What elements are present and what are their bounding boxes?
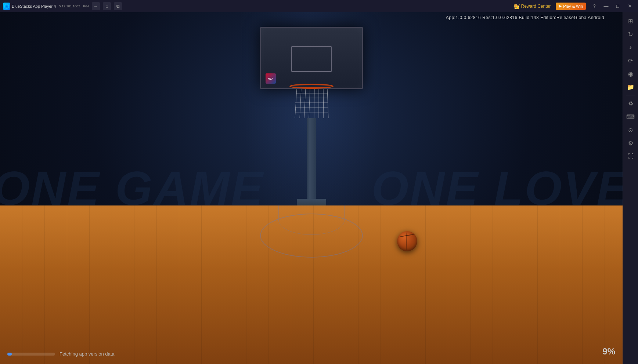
back-button[interactable]: ←	[92, 2, 100, 10]
sidebar-volume-button[interactable]: ♪	[625, 41, 637, 53]
court-lines	[0, 205, 623, 364]
help-button[interactable]: ?	[589, 3, 600, 10]
sidebar-rotate-button[interactable]: ⟳	[625, 55, 637, 66]
rim-assembly	[275, 84, 348, 118]
play-win-icon: ▶	[559, 4, 562, 8]
right-sidebar: ⊞ ↻ ♪ ⟳ ◉ 📁 ♻ ⌨ ⊙ ⚙ ⛶	[623, 12, 638, 364]
loading-percent: 9%	[602, 346, 615, 357]
sidebar-divider-1	[626, 95, 635, 95]
sidebar-settings-button[interactable]: ⚙	[625, 137, 637, 149]
app-title: BlueStacks App Player 4	[12, 4, 56, 8]
sidebar-camera-button[interactable]: ◉	[625, 68, 637, 80]
game-viewport[interactable]: ONE GAME ONE LOVE NBA	[0, 12, 623, 364]
play-win-label: Play & Win	[563, 4, 583, 8]
titlebar-left: BlueStacks App Player 4 5.12.101.1002 P6…	[0, 2, 511, 10]
basketball	[397, 231, 417, 251]
svg-line-8	[327, 89, 328, 118]
crown-icon: 👑	[513, 3, 520, 9]
screenshot-button[interactable]: ⧉	[114, 2, 122, 10]
close-button[interactable]: ✕	[624, 3, 635, 10]
sidebar-gamepad-button[interactable]: ⊙	[625, 124, 637, 136]
reward-center-button[interactable]: 👑 Reward Center	[511, 3, 553, 10]
sidebar-folder-button[interactable]: 📁	[625, 81, 637, 93]
backboard-inner-rect	[291, 46, 332, 72]
sidebar-keyboard-button[interactable]: ⌨	[625, 111, 637, 123]
home-button[interactable]: ⌂	[103, 2, 111, 10]
minimize-button[interactable]: —	[601, 3, 612, 10]
app-logo	[3, 3, 10, 10]
app-version: 5.12.101.1002	[59, 4, 80, 8]
loading-status-text: Fetching app version data	[60, 351, 115, 357]
play-win-button[interactable]: ▶ Play & Win	[556, 3, 586, 10]
court-floor	[0, 205, 623, 364]
loading-bar-fill	[7, 353, 12, 356]
rim	[289, 84, 334, 89]
nba-logo-backboard: NBA	[266, 73, 276, 84]
titlebar-right: ? — □ ✕	[586, 3, 638, 10]
titlebar: BlueStacks App Player 4 5.12.101.1002 P6…	[0, 0, 638, 12]
sidebar-layers-button[interactable]: ⊞	[625, 15, 637, 27]
app-build: P64	[83, 4, 89, 8]
reward-center-label: Reward Center	[521, 4, 551, 9]
loading-bar-track	[7, 353, 55, 356]
pole	[307, 118, 316, 199]
backboard-container: NBA	[255, 27, 368, 89]
build-info: App:1.0.0.62816 Res:1.0.0.62816 Build:14…	[446, 15, 604, 20]
loading-container: Fetching app version data	[7, 351, 115, 357]
titlebar-center: 👑 Reward Center ▶ Play & Win	[511, 3, 586, 10]
nba-scene: ONE GAME ONE LOVE NBA	[0, 12, 623, 364]
maximize-button[interactable]: □	[612, 3, 623, 10]
main-area: ONE GAME ONE LOVE NBA	[0, 12, 638, 364]
sidebar-recycle-button[interactable]: ♻	[625, 98, 637, 109]
sidebar-refresh-button[interactable]: ↻	[625, 28, 637, 40]
net	[293, 89, 330, 118]
backboard: NBA	[260, 27, 363, 89]
sidebar-fullscreen-button[interactable]: ⛶	[625, 150, 637, 162]
court-free-throw-circle	[278, 205, 345, 235]
